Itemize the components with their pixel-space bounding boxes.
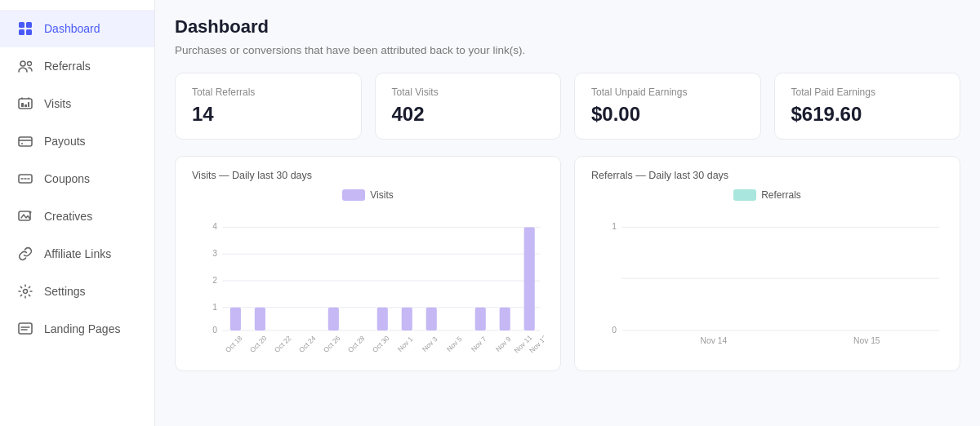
stat-value-visits: 402	[392, 103, 545, 126]
svg-rect-7	[21, 103, 24, 107]
referrals-icon	[16, 57, 34, 75]
stat-card-unpaid: Total Unpaid Earnings $0.00	[574, 73, 761, 140]
referrals-legend-label: Referrals	[761, 189, 801, 201]
sidebar-item-payouts[interactable]: Payouts	[0, 122, 154, 160]
stat-value-referrals: 14	[192, 103, 345, 126]
page-title: Dashboard	[175, 16, 960, 38]
sidebar-label-settings: Settings	[44, 285, 86, 298]
sidebar-label-dashboard: Dashboard	[44, 22, 100, 35]
svg-rect-16	[19, 323, 32, 334]
svg-point-5	[28, 62, 32, 66]
dashboard-icon	[16, 20, 34, 38]
svg-text:Nov 9: Nov 9	[494, 335, 513, 353]
svg-text:4: 4	[212, 222, 217, 231]
visits-chart-svg: 4 3 2 1 0	[192, 207, 544, 354]
svg-text:1: 1	[212, 303, 217, 312]
svg-rect-10	[19, 137, 32, 146]
stat-label-paid: Total Paid Earnings	[791, 87, 944, 98]
sidebar-label-referrals: Referrals	[44, 60, 91, 73]
charts-row: Visits — Daily last 30 days Visits 4 3 2	[175, 156, 960, 371]
sidebar-item-referrals[interactable]: Referrals	[0, 47, 154, 85]
creatives-icon	[16, 207, 34, 225]
svg-rect-29	[328, 308, 339, 331]
svg-text:Oct 18: Oct 18	[224, 334, 244, 354]
svg-text:Oct 22: Oct 22	[273, 334, 293, 354]
stat-value-unpaid: $0.00	[591, 103, 744, 126]
stat-value-paid: $619.60	[791, 103, 944, 126]
svg-rect-33	[475, 308, 486, 331]
visits-icon	[16, 95, 34, 113]
svg-point-14	[29, 211, 32, 214]
svg-rect-8	[24, 104, 27, 107]
sidebar-item-coupons[interactable]: Coupons	[0, 160, 154, 197]
visits-legend-box	[342, 189, 365, 201]
svg-text:Nov 1: Nov 1	[396, 335, 415, 353]
svg-point-11	[21, 143, 23, 144]
svg-text:Oct 28: Oct 28	[346, 334, 367, 354]
sidebar-label-coupons: Coupons	[44, 172, 90, 185]
sidebar-item-affiliate-links[interactable]: Affiliate Links	[0, 235, 154, 273]
svg-text:Oct 26: Oct 26	[322, 334, 342, 354]
svg-text:Oct 24: Oct 24	[297, 334, 318, 354]
svg-text:Oct 20: Oct 20	[248, 334, 269, 354]
referrals-chart-area: 1 0 Nov 14 Nov 15	[591, 207, 943, 357]
svg-rect-3	[26, 29, 32, 35]
payouts-icon	[16, 132, 34, 150]
sidebar-label-visits: Visits	[44, 97, 71, 110]
svg-rect-34	[500, 308, 510, 331]
svg-rect-0	[19, 22, 24, 28]
stat-label-visits: Total Visits	[392, 87, 545, 98]
sidebar-item-landing-pages[interactable]: Landing Pages	[0, 310, 154, 348]
referrals-chart-card: Referrals — Daily last 30 days Referrals…	[574, 156, 960, 371]
coupons-icon	[16, 170, 34, 188]
main-content: Dashboard Purchases or conversions that …	[155, 0, 980, 426]
svg-rect-6	[19, 99, 32, 109]
svg-text:0: 0	[212, 326, 217, 335]
sidebar-item-dashboard[interactable]: Dashboard	[0, 10, 154, 47]
sidebar-item-visits[interactable]: Visits	[0, 85, 154, 122]
landing-pages-icon	[16, 320, 34, 338]
visits-legend-label: Visits	[370, 189, 393, 201]
svg-text:Nov 7: Nov 7	[470, 335, 488, 353]
referrals-legend-box	[733, 189, 756, 201]
stat-label-referrals: Total Referrals	[192, 87, 345, 98]
affiliate-links-icon	[16, 245, 34, 263]
visits-chart-card: Visits — Daily last 30 days Visits 4 3 2	[175, 156, 561, 371]
svg-text:Nov 15: Nov 15	[853, 336, 880, 345]
stat-card-paid: Total Paid Earnings $619.60	[774, 73, 961, 140]
svg-rect-27	[230, 308, 241, 331]
stat-card-visits: Total Visits 402	[375, 73, 562, 140]
svg-rect-1	[26, 22, 32, 28]
visits-chart-area: 4 3 2 1 0	[192, 207, 544, 357]
svg-point-15	[24, 290, 28, 294]
settings-icon	[16, 282, 34, 300]
svg-text:Nov 14: Nov 14	[701, 336, 728, 345]
sidebar-label-landing-pages: Landing Pages	[44, 322, 120, 335]
svg-rect-32	[426, 308, 437, 331]
sidebar-label-creatives: Creatives	[44, 210, 92, 223]
svg-point-4	[20, 61, 25, 66]
visits-chart-title: Visits — Daily last 30 days	[192, 170, 544, 181]
svg-rect-30	[377, 308, 388, 331]
sidebar-label-payouts: Payouts	[44, 135, 86, 148]
svg-text:0: 0	[612, 326, 617, 335]
svg-text:Oct 30: Oct 30	[371, 334, 391, 354]
svg-rect-2	[19, 29, 24, 35]
svg-text:2: 2	[212, 276, 217, 285]
referrals-chart-svg: 1 0 Nov 14 Nov 15	[591, 207, 943, 354]
svg-text:Nov 3: Nov 3	[421, 335, 439, 353]
svg-text:1: 1	[612, 222, 617, 231]
svg-text:3: 3	[212, 249, 217, 258]
stat-label-unpaid: Total Unpaid Earnings	[591, 87, 744, 98]
page-subtitle: Purchases or conversions that have been …	[175, 44, 960, 56]
sidebar-item-settings[interactable]: Settings	[0, 273, 154, 310]
visits-chart-legend: Visits	[192, 189, 544, 201]
referrals-chart-title: Referrals — Daily last 30 days	[591, 170, 943, 181]
stats-row: Total Referrals 14 Total Visits 402 Tota…	[175, 73, 960, 140]
svg-rect-31	[402, 308, 412, 331]
sidebar: Dashboard Referrals Visits	[0, 0, 155, 426]
sidebar-item-creatives[interactable]: Creatives	[0, 197, 154, 235]
sidebar-label-affiliate-links: Affiliate Links	[44, 247, 111, 260]
svg-text:Nov 5: Nov 5	[445, 335, 464, 353]
referrals-chart-legend: Referrals	[591, 189, 943, 201]
